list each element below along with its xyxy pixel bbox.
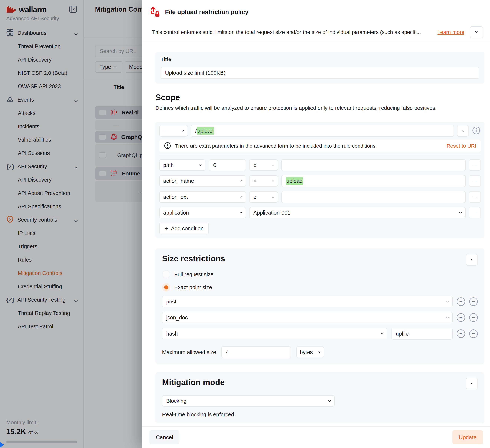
add-point-button[interactable]: + [457, 330, 465, 338]
point-select-hash[interactable]: hash [162, 328, 387, 339]
condition-field-select[interactable]: path [159, 159, 205, 171]
divider [159, 155, 481, 155]
exact-point-size-option[interactable]: Exact point size [162, 283, 478, 291]
update-button[interactable]: Update [452, 430, 483, 444]
chevron-down-icon [318, 351, 321, 353]
learn-more-link[interactable]: Learn more [437, 29, 464, 35]
policy-description: This control enforces strict limits on t… [152, 29, 432, 35]
condition-field-select[interactable]: application [159, 207, 246, 219]
condition-row-action-name: action_name = upload − [159, 175, 481, 187]
drawer-description-bar: This control enforces strict limits on t… [142, 24, 490, 40]
cursor-pointer [0, 442, 4, 448]
mitigation-mode-select[interactable]: Blocking [162, 395, 335, 407]
policy-title-input[interactable]: Upload size limit (100KB) [161, 67, 479, 79]
chevron-down-icon [381, 332, 384, 335]
file-upload-policy-drawer: File upload restriction policy This cont… [142, 0, 490, 448]
mitigation-mode-heading: Mitigation mode [162, 378, 225, 387]
full-request-size-option[interactable]: Full request size [162, 270, 478, 279]
chevron-down-icon [240, 211, 242, 214]
condition-row-application: application Application-001 − [159, 207, 481, 219]
condition-field-select[interactable]: action_ext [159, 191, 246, 203]
radio-selected[interactable] [162, 283, 170, 291]
title-label: Title [161, 57, 479, 62]
highlighted-value: upload [286, 178, 303, 185]
description-expand-button[interactable] [470, 26, 483, 38]
alert-circle-icon [164, 142, 171, 150]
mitigation-mode-note: Real-time blocking is enforced. [162, 412, 478, 418]
point-row-json-doc: json_doc + − [162, 312, 478, 323]
scope-panel: — /upload There are extra [155, 122, 484, 238]
point-select-json-doc[interactable]: json_doc [162, 312, 453, 323]
add-condition-button[interactable]: + Add condition [159, 222, 209, 234]
mitigation-mode-panel: Mitigation mode Blocking Real-time block… [155, 372, 484, 423]
condition-field-select[interactable]: action_name [159, 175, 246, 187]
remove-condition-button[interactable]: − [469, 175, 481, 187]
condition-index-input[interactable]: 0 [209, 159, 246, 171]
size-restrictions-heading: Size restrictions [162, 254, 225, 263]
application-select[interactable]: Application-001 [249, 207, 465, 219]
max-size-input[interactable]: 4 [221, 346, 291, 358]
chevron-down-icon [272, 195, 274, 198]
chevron-down-icon [199, 163, 202, 166]
hash-param-input[interactable]: upfile [391, 328, 453, 340]
cancel-button[interactable]: Cancel [149, 430, 179, 444]
unit-select[interactable]: bytes [296, 347, 324, 358]
chevron-down-icon [475, 30, 478, 33]
condition-operator-select[interactable]: ø [249, 159, 278, 171]
drawer-footer: Cancel Update [142, 426, 490, 448]
chevron-down-icon [459, 211, 462, 214]
condition-value-input[interactable] [281, 159, 465, 171]
remove-point-button[interactable]: − [469, 330, 478, 338]
point-select-post[interactable]: post [162, 296, 453, 307]
chevron-down-icon [328, 399, 331, 402]
remove-condition-button[interactable]: − [469, 159, 481, 171]
reset-to-uri-link[interactable]: Reset to URI [446, 143, 476, 149]
size-restrictions-panel: Size restrictions Full request size Exac… [155, 248, 484, 364]
chevron-down-icon [272, 163, 274, 166]
title-section: Title Upload size limit (100KB) [155, 52, 484, 84]
drawer-title: File upload restriction policy [165, 8, 248, 16]
upload-lock-icon [150, 6, 160, 18]
chevron-up-icon [462, 130, 464, 133]
drawer-header: File upload restriction policy [142, 0, 490, 24]
remove-condition-button[interactable]: − [469, 191, 481, 203]
collapse-mitigation-section-button[interactable] [466, 378, 478, 389]
chevron-up-icon [471, 259, 473, 262]
remove-condition-button[interactable]: − [469, 207, 481, 219]
point-row-post: post + − [162, 296, 478, 307]
highlighted-uri-part: upload [197, 127, 214, 135]
condition-operator-select[interactable]: = [249, 175, 278, 187]
remove-point-button[interactable]: − [469, 297, 478, 306]
condition-row-path: path 0 ø − [159, 159, 481, 171]
add-point-button[interactable]: + [457, 297, 465, 306]
uri-input[interactable]: /upload [191, 125, 454, 137]
info-icon[interactable] [472, 126, 481, 136]
scope-subtitle: Defines which traffic will be analyzed t… [155, 105, 484, 111]
chevron-down-icon [446, 300, 449, 303]
chevron-down-icon [240, 195, 242, 198]
chevron-down-icon [240, 179, 242, 182]
condition-value-input[interactable] [281, 191, 465, 203]
uri-operator-select[interactable]: — [159, 125, 188, 136]
collapse-size-section-button[interactable] [466, 254, 478, 265]
chevron-down-icon [272, 179, 274, 182]
chevron-down-icon [182, 129, 184, 132]
remove-point-button[interactable]: − [469, 313, 478, 322]
chevron-up-icon [471, 383, 473, 385]
extra-parameters-notice: There are extra parameters in the advanc… [159, 140, 481, 152]
collapse-uri-advanced-button[interactable] [457, 125, 469, 136]
chevron-down-icon [446, 316, 449, 319]
add-point-button[interactable]: + [457, 313, 465, 322]
max-size-label: Maximum allowed size [162, 349, 216, 355]
condition-operator-select[interactable]: ø [249, 191, 278, 203]
point-row-hash: hash upfile + − [162, 328, 478, 340]
condition-row-action-ext: action_ext ø − [159, 191, 481, 203]
condition-value-input[interactable]: upload [281, 175, 465, 187]
drawer-body: Title Upload size limit (100KB) Scope De… [142, 40, 490, 426]
radio-unselected[interactable] [162, 270, 170, 279]
max-size-row: Maximum allowed size 4 bytes [162, 346, 478, 358]
scope-heading: Scope [155, 93, 484, 102]
